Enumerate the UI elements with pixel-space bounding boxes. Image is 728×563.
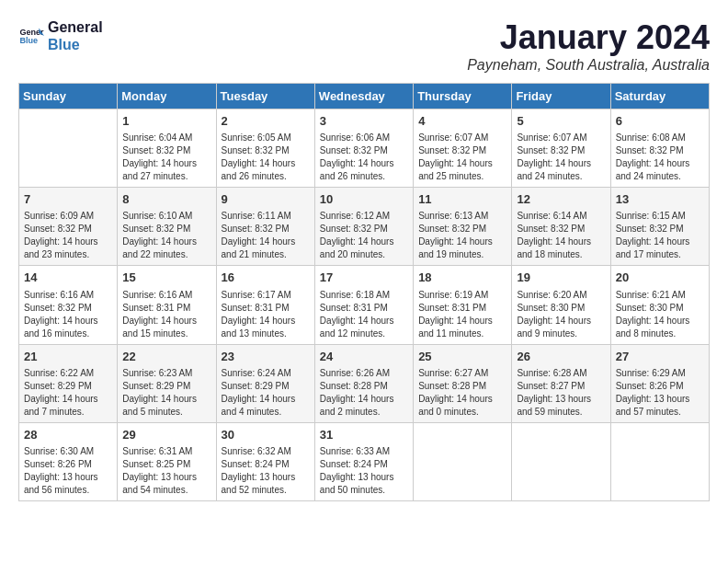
day-number: 4 (418, 113, 506, 130)
day-info: Sunrise: 6:31 AMSunset: 8:25 PMDaylight:… (122, 445, 210, 497)
day-number: 3 (320, 113, 408, 130)
day-info: Sunrise: 6:30 AMSunset: 8:26 PMDaylight:… (24, 445, 112, 497)
calendar-cell: 12Sunrise: 6:14 AMSunset: 8:32 PMDayligh… (512, 188, 610, 266)
header-sunday: Sunday (19, 84, 118, 109)
calendar-cell: 13Sunrise: 6:15 AMSunset: 8:32 PMDayligh… (610, 188, 709, 266)
calendar-cell (414, 422, 512, 500)
day-info: Sunrise: 6:07 AMSunset: 8:32 PMDaylight:… (418, 132, 506, 183)
header-saturday: Saturday (610, 84, 709, 109)
location-title: Payneham, South Australia, Australia (467, 57, 710, 74)
day-number: 16 (222, 270, 310, 286)
day-info: Sunrise: 6:11 AMSunset: 8:32 PMDaylight:… (222, 210, 310, 261)
day-number: 6 (616, 113, 704, 130)
calendar-cell: 4Sunrise: 6:07 AMSunset: 8:32 PMDaylight… (414, 109, 512, 188)
day-number: 21 (24, 349, 112, 365)
day-info: Sunrise: 6:09 AMSunset: 8:32 PMDaylight:… (24, 210, 112, 261)
day-number: 2 (222, 113, 310, 130)
day-number: 18 (418, 270, 506, 286)
day-info: Sunrise: 6:29 AMSunset: 8:26 PMDaylight:… (616, 367, 704, 419)
day-number: 17 (320, 270, 408, 286)
calendar-cell: 1Sunrise: 6:04 AMSunset: 8:32 PMDaylight… (118, 109, 216, 188)
logo: General Blue General Blue (18, 18, 103, 53)
logo-icon: General Blue (18, 23, 44, 49)
svg-text:Blue: Blue (19, 37, 38, 46)
calendar-cell: 20Sunrise: 6:21 AMSunset: 8:30 PMDayligh… (610, 266, 709, 344)
calendar-cell: 29Sunrise: 6:31 AMSunset: 8:25 PMDayligh… (118, 422, 216, 500)
day-info: Sunrise: 6:26 AMSunset: 8:28 PMDaylight:… (320, 367, 408, 419)
calendar-cell (19, 109, 118, 188)
calendar-table: Sunday Monday Tuesday Wednesday Thursday… (18, 83, 710, 501)
calendar-cell: 25Sunrise: 6:27 AMSunset: 8:28 PMDayligh… (414, 344, 512, 422)
calendar-cell: 8Sunrise: 6:10 AMSunset: 8:32 PMDaylight… (118, 188, 216, 266)
day-info: Sunrise: 6:04 AMSunset: 8:32 PMDaylight:… (122, 132, 210, 183)
day-info: Sunrise: 6:13 AMSunset: 8:32 PMDaylight:… (418, 210, 506, 261)
day-number: 14 (24, 270, 112, 286)
calendar-cell: 21Sunrise: 6:22 AMSunset: 8:29 PMDayligh… (19, 344, 118, 422)
day-number: 20 (616, 270, 704, 286)
calendar-cell: 2Sunrise: 6:05 AMSunset: 8:32 PMDaylight… (216, 109, 314, 188)
month-title: January 2024 (467, 18, 710, 57)
day-info: Sunrise: 6:08 AMSunset: 8:32 PMDaylight:… (616, 132, 704, 183)
calendar-week-4: 21Sunrise: 6:22 AMSunset: 8:29 PMDayligh… (19, 344, 710, 422)
calendar-cell: 3Sunrise: 6:06 AMSunset: 8:32 PMDaylight… (314, 109, 413, 188)
calendar-cell: 14Sunrise: 6:16 AMSunset: 8:32 PMDayligh… (19, 266, 118, 344)
day-number: 27 (616, 349, 704, 365)
day-number: 11 (418, 191, 506, 208)
day-info: Sunrise: 6:15 AMSunset: 8:32 PMDaylight:… (616, 210, 704, 261)
day-info: Sunrise: 6:22 AMSunset: 8:29 PMDaylight:… (24, 367, 112, 419)
day-info: Sunrise: 6:32 AMSunset: 8:24 PMDaylight:… (222, 445, 310, 497)
logo-text-blue: Blue (48, 36, 103, 53)
calendar-cell: 30Sunrise: 6:32 AMSunset: 8:24 PMDayligh… (216, 422, 314, 500)
day-info: Sunrise: 6:19 AMSunset: 8:31 PMDaylight:… (418, 289, 506, 340)
calendar-cell: 19Sunrise: 6:20 AMSunset: 8:30 PMDayligh… (512, 266, 610, 344)
calendar-week-5: 28Sunrise: 6:30 AMSunset: 8:26 PMDayligh… (19, 422, 710, 500)
day-number: 9 (222, 191, 310, 208)
day-info: Sunrise: 6:24 AMSunset: 8:29 PMDaylight:… (222, 367, 310, 419)
calendar-cell (610, 422, 709, 500)
calendar-cell: 22Sunrise: 6:23 AMSunset: 8:29 PMDayligh… (118, 344, 216, 422)
day-info: Sunrise: 6:16 AMSunset: 8:32 PMDaylight:… (24, 289, 112, 340)
calendar-cell: 5Sunrise: 6:07 AMSunset: 8:32 PMDaylight… (512, 109, 610, 188)
calendar-cell: 18Sunrise: 6:19 AMSunset: 8:31 PMDayligh… (414, 266, 512, 344)
calendar-header: Sunday Monday Tuesday Wednesday Thursday… (19, 84, 710, 109)
calendar-cell: 7Sunrise: 6:09 AMSunset: 8:32 PMDaylight… (19, 188, 118, 266)
calendar-cell: 23Sunrise: 6:24 AMSunset: 8:29 PMDayligh… (216, 344, 314, 422)
day-number: 12 (517, 191, 605, 208)
day-info: Sunrise: 6:07 AMSunset: 8:32 PMDaylight:… (517, 132, 605, 183)
day-info: Sunrise: 6:27 AMSunset: 8:28 PMDaylight:… (418, 367, 506, 419)
day-number: 23 (222, 349, 310, 365)
header-thursday: Thursday (414, 84, 512, 109)
day-number: 8 (122, 191, 210, 208)
day-info: Sunrise: 6:10 AMSunset: 8:32 PMDaylight:… (122, 210, 210, 261)
header-row: Sunday Monday Tuesday Wednesday Thursday… (19, 84, 710, 109)
day-number: 30 (222, 427, 310, 443)
day-number: 31 (320, 427, 408, 443)
day-number: 1 (122, 113, 210, 130)
header-tuesday: Tuesday (216, 84, 314, 109)
day-number: 5 (517, 113, 605, 130)
day-number: 25 (418, 349, 506, 365)
day-number: 15 (122, 270, 210, 286)
day-info: Sunrise: 6:33 AMSunset: 8:24 PMDaylight:… (320, 445, 408, 497)
day-info: Sunrise: 6:12 AMSunset: 8:32 PMDaylight:… (320, 210, 408, 261)
day-info: Sunrise: 6:28 AMSunset: 8:27 PMDaylight:… (517, 367, 605, 419)
day-number: 29 (122, 427, 210, 443)
day-info: Sunrise: 6:16 AMSunset: 8:31 PMDaylight:… (122, 289, 210, 340)
calendar-week-2: 7Sunrise: 6:09 AMSunset: 8:32 PMDaylight… (19, 188, 710, 266)
calendar-cell: 27Sunrise: 6:29 AMSunset: 8:26 PMDayligh… (610, 344, 709, 422)
logo-text-general: General (48, 18, 103, 36)
header-wednesday: Wednesday (314, 84, 413, 109)
day-info: Sunrise: 6:06 AMSunset: 8:32 PMDaylight:… (320, 132, 408, 183)
day-info: Sunrise: 6:20 AMSunset: 8:30 PMDaylight:… (517, 289, 605, 340)
day-info: Sunrise: 6:14 AMSunset: 8:32 PMDaylight:… (517, 210, 605, 261)
header-friday: Friday (512, 84, 610, 109)
day-number: 7 (24, 191, 112, 208)
day-info: Sunrise: 6:21 AMSunset: 8:30 PMDaylight:… (616, 289, 704, 340)
day-number: 19 (517, 270, 605, 286)
calendar-week-1: 1Sunrise: 6:04 AMSunset: 8:32 PMDaylight… (19, 109, 710, 188)
calendar-cell: 9Sunrise: 6:11 AMSunset: 8:32 PMDaylight… (216, 188, 314, 266)
day-number: 28 (24, 427, 112, 443)
calendar-cell: 31Sunrise: 6:33 AMSunset: 8:24 PMDayligh… (314, 422, 413, 500)
day-number: 26 (517, 349, 605, 365)
calendar-cell: 11Sunrise: 6:13 AMSunset: 8:32 PMDayligh… (414, 188, 512, 266)
